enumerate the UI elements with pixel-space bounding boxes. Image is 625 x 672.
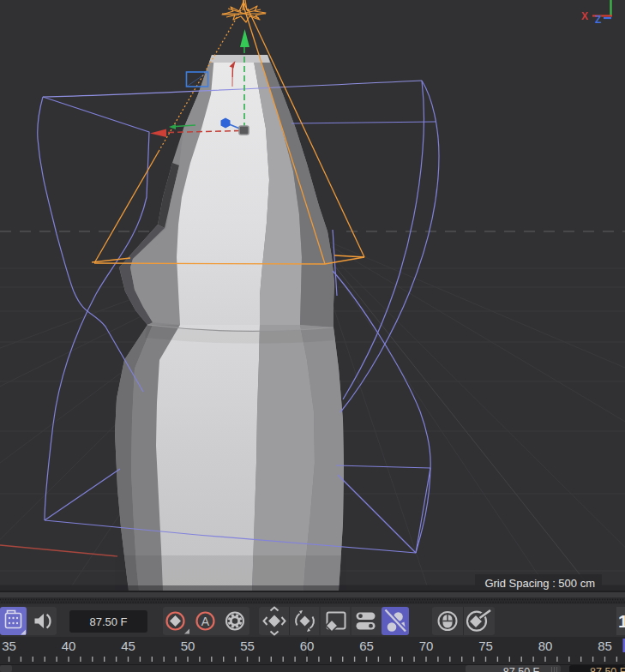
svg-text:87.50 F: 87.50 F bbox=[89, 615, 127, 628]
svg-text:87.50 F: 87.50 F bbox=[590, 666, 625, 672]
svg-text:55: 55 bbox=[240, 639, 255, 653]
svg-text:1: 1 bbox=[618, 611, 625, 631]
svg-text:85: 85 bbox=[598, 639, 612, 653]
svg-text:60: 60 bbox=[300, 639, 315, 653]
svg-text:35: 35 bbox=[2, 639, 16, 653]
svg-text:65: 65 bbox=[359, 639, 374, 653]
svg-text:50: 50 bbox=[181, 639, 195, 653]
svg-text:75: 75 bbox=[478, 639, 493, 653]
svg-text:70: 70 bbox=[419, 639, 434, 653]
svg-text:80: 80 bbox=[538, 639, 553, 653]
svg-text:40: 40 bbox=[62, 639, 76, 653]
svg-text:45: 45 bbox=[121, 639, 135, 653]
svg-text:Z: Z bbox=[595, 14, 601, 26]
svg-text:Grid Spacing : 500 cm: Grid Spacing : 500 cm bbox=[484, 577, 595, 590]
svg-text:X: X bbox=[581, 10, 588, 22]
svg-text:87.50 F: 87.50 F bbox=[503, 666, 540, 672]
svg-text:A: A bbox=[201, 615, 210, 628]
